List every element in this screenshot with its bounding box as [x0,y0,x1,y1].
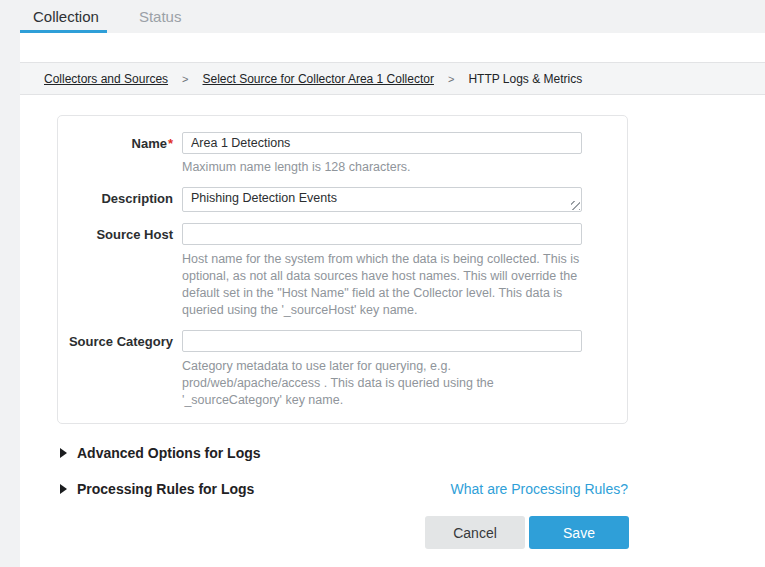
source-category-input[interactable] [182,330,582,352]
name-help-text: Maximum name length is 128 characters. [182,159,582,176]
source-config-panel: Name* Maximum name length is 128 charact… [57,115,628,424]
description-textarea[interactable]: Phishing Detection Events [182,187,582,212]
form-row-source-category: Source Category Category metadata to use… [58,330,627,409]
source-category-help-text: Category metadata to use later for query… [182,358,582,409]
app-window: Collection Status Collectors and Sources… [0,0,765,567]
breadcrumb-link-collectors-and-sources[interactable]: Collectors and Sources [44,72,168,86]
form-row-name: Name* Maximum name length is 128 charact… [58,132,627,176]
name-input[interactable] [182,132,582,154]
source-category-label: Source Category [58,330,173,409]
triangle-right-icon [60,484,67,494]
processing-rules-title: Processing Rules for Logs [77,481,254,497]
action-buttons: Cancel Save [60,516,629,549]
name-label-text: Name [132,136,167,151]
breadcrumb-separator: > [182,73,188,85]
advanced-options-toggle[interactable]: Advanced Options for Logs [60,445,261,461]
processing-rules-toggle[interactable]: Processing Rules for Logs [60,481,254,497]
name-label: Name* [58,132,173,176]
save-button[interactable]: Save [529,516,629,549]
form-row-source-host: Source Host Host name for the system fro… [58,223,627,319]
triangle-right-icon [60,448,67,458]
breadcrumb-separator: > [448,73,454,85]
source-host-input[interactable] [182,223,582,245]
breadcrumb-current-page: HTTP Logs & Metrics [468,72,582,86]
advanced-options-row: Advanced Options for Logs [60,444,628,462]
advanced-options-title: Advanced Options for Logs [77,445,261,461]
source-host-label: Source Host [58,223,173,319]
processing-rules-row: Processing Rules for Logs What are Proce… [60,480,628,498]
description-field-group: Phishing Detection Events [182,187,582,212]
required-asterisk: * [168,136,173,151]
breadcrumb: Collectors and Sources > Select Source f… [20,62,765,95]
source-host-field-group: Host name for the system from which the … [182,223,582,319]
breadcrumb-link-select-source[interactable]: Select Source for Collector Area 1 Colle… [203,72,434,86]
main-content: Collectors and Sources > Select Source f… [20,33,765,567]
description-label: Description [58,187,173,212]
source-host-help-text: Host name for the system from which the … [182,251,582,319]
description-textarea-wrap: Phishing Detection Events [182,187,582,212]
tab-collection[interactable]: Collection [33,0,99,33]
cancel-button[interactable]: Cancel [425,516,525,549]
collapsible-sections: Advanced Options for Logs Processing Rul… [60,444,628,498]
source-category-field-group: Category metadata to use later for query… [182,330,582,409]
top-tab-bar: Collection Status [0,0,765,33]
form-row-description: Description Phishing Detection Events [58,187,627,212]
processing-rules-help-link[interactable]: What are Processing Rules? [451,481,628,497]
name-field-group: Maximum name length is 128 characters. [182,132,582,176]
tab-status[interactable]: Status [139,0,182,33]
